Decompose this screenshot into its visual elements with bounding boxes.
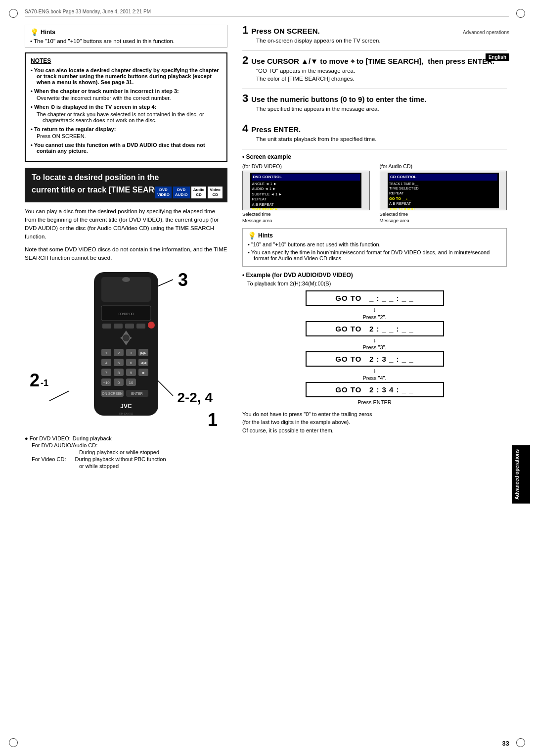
svg-rect-10 bbox=[125, 324, 134, 329]
goto-press-3: Press "4". bbox=[362, 375, 386, 381]
svg-text:ON SCREEN: ON SCREEN bbox=[102, 392, 123, 395]
notes-item-5-bold: You cannot use this function with a DVD … bbox=[34, 142, 205, 154]
screen-cd-box: CD CONTROL TRACK 1 TIME 0:__ TIME SELECT… bbox=[380, 171, 507, 210]
body-text-2: Note that some DVD VIDEO discs do not co… bbox=[25, 245, 227, 263]
usage-note-4-val: During playback without PBC function bbox=[68, 456, 166, 462]
svg-text:ENTER: ENTER bbox=[131, 392, 143, 395]
usage-notes: ● For DVD VIDEO: During playback For DVD… bbox=[25, 435, 227, 469]
svg-line-1 bbox=[49, 391, 69, 401]
screen-images: (for DVD VIDEO) DVD CONTROL ANGLE ◄ 1 ► … bbox=[242, 163, 507, 223]
step-3-title: Use the numeric buttons (0 to 9) to ente… bbox=[251, 95, 426, 103]
badge-audio-cd: AudioCD bbox=[191, 187, 207, 198]
hints-top-title: 💡 Hints bbox=[30, 28, 222, 36]
notes-item-2-sub: Overwrite the incorrect number with the … bbox=[43, 95, 222, 101]
title-line1: To locate a desired position in the bbox=[32, 173, 221, 183]
step-4-header: 4 Press ENTER. bbox=[242, 123, 507, 134]
svg-text:10: 10 bbox=[129, 380, 134, 385]
svg-rect-12 bbox=[148, 322, 155, 329]
body-text-1: You can play a disc from the desired pos… bbox=[25, 207, 227, 241]
goto-box-3: GO TO 2 : 3 _ : _ _ bbox=[306, 351, 444, 367]
goto-press-1: Press "2". bbox=[362, 314, 386, 320]
svg-text:1: 1 bbox=[105, 351, 108, 355]
svg-rect-8 bbox=[102, 324, 111, 329]
example-footer: You do not have to press "0" to enter th… bbox=[242, 410, 507, 435]
step-1-title: Press ON SCREEN. bbox=[251, 27, 319, 35]
screen-dvd-cap1: Selected time bbox=[242, 211, 370, 217]
svg-text:4: 4 bbox=[105, 361, 108, 365]
left-column: 💡 Hints • The "10" and "+10" buttons are… bbox=[25, 25, 237, 741]
step-4-title: Press ENTER. bbox=[251, 125, 301, 134]
usage-note-5: or while stopped bbox=[25, 463, 227, 469]
notes-item-3-sub: The chapter or track you have selected i… bbox=[43, 111, 222, 123]
step-1-header: 1 Press ON SCREEN. bbox=[242, 25, 507, 36]
notes-item-3-bold: When ⊙ is displayed in the TV screen in … bbox=[34, 104, 156, 110]
screen-dvd-label: (for DVD VIDEO) bbox=[242, 163, 370, 169]
svg-text:00:00:00: 00:00:00 bbox=[118, 312, 134, 316]
svg-text:7: 7 bbox=[105, 371, 108, 375]
svg-text:3: 3 bbox=[130, 351, 133, 355]
step-4-num: 4 bbox=[242, 123, 248, 134]
screen-dvd-inner: DVD CONTROL ANGLE ◄ 1 ► AUDIO ◄ 1 ► SUBT… bbox=[250, 173, 361, 208]
notes-item-2: When the chapter or track number is inco… bbox=[31, 88, 222, 101]
step-3-body: The specified time appears in the messag… bbox=[256, 105, 507, 113]
step-2-body-2: The color of [TIME SEARCH] changes. bbox=[256, 75, 507, 83]
step-1: 1 Press ON SCREEN. The on-screen display… bbox=[242, 25, 507, 45]
step-2-header: 2 Use CURSOR ▲/▼ to move ⌖ to [TIME SEAR… bbox=[242, 55, 507, 66]
goto-final-label: Press ENTER bbox=[357, 399, 391, 405]
step-3: 3 Use the numeric buttons (0 to 9) to en… bbox=[242, 93, 507, 113]
usage-note-2: For DVD AUDIO/Audio CD: bbox=[25, 442, 227, 448]
sidebar-tab-label: Advanced operations bbox=[514, 449, 520, 500]
hints-icon: 💡 bbox=[30, 28, 39, 36]
svg-text:▶▶: ▶▶ bbox=[140, 351, 147, 355]
step-1-num: 1 bbox=[242, 25, 248, 36]
title-banner: To locate a desired position in the curr… bbox=[25, 168, 227, 202]
step-1-body: The on-screen display appears on the TV … bbox=[256, 37, 507, 45]
notes-item-4-sub: Press ON SCREEN. bbox=[43, 133, 222, 139]
usage-note-5-val: or while stopped bbox=[79, 463, 119, 469]
hints-top-text: The "10" and "+10" buttons are not used … bbox=[34, 38, 175, 44]
hints-bullet: • bbox=[30, 38, 34, 44]
badge-dvd-video: DVDVIDEO bbox=[155, 187, 172, 198]
step-4-body: The unit starts playback from the specif… bbox=[256, 135, 507, 143]
step-2-body: "GO TO" appears in the message area. The… bbox=[256, 67, 507, 83]
svg-text:6: 6 bbox=[130, 361, 133, 365]
corner-mark-br bbox=[516, 738, 525, 747]
screen-dvd-cap2: Message area bbox=[242, 218, 370, 223]
screen-dvd-box: DVD CONTROL ANGLE ◄ 1 ► AUDIO ◄ 1 ► SUBT… bbox=[242, 171, 370, 210]
notes-item-1: You can also locate a desired chapter di… bbox=[31, 67, 222, 85]
svg-text:5: 5 bbox=[118, 361, 120, 365]
notes-title: NOTES bbox=[31, 57, 222, 64]
svg-text:■: ■ bbox=[142, 371, 145, 375]
svg-text:2: 2 bbox=[118, 351, 120, 355]
step-2: 2 Use CURSOR ▲/▼ to move ⌖ to [TIME SEAR… bbox=[242, 55, 507, 83]
callout-2-main: 2 bbox=[30, 370, 40, 391]
screen-cd-cap1: Selected time bbox=[380, 211, 507, 217]
notes-item-4-bold: To return to the regular display: bbox=[34, 126, 116, 132]
example-title: Example (for DVD AUDIO/DVD VIDEO) bbox=[242, 272, 507, 279]
svg-text:JVC: JVC bbox=[120, 403, 132, 410]
usage-note-4-label: For Video CD: bbox=[25, 456, 66, 462]
callout-3: 3 bbox=[178, 270, 188, 290]
usage-note-1: ● For DVD VIDEO: During playback bbox=[25, 435, 227, 441]
goto-box-2: GO TO 2 : _ _ : _ _ bbox=[306, 321, 444, 336]
corner-mark-bl bbox=[9, 738, 18, 747]
step-2-num: 2 bbox=[242, 55, 248, 66]
badge-video-cd: VideoCD bbox=[208, 187, 222, 198]
svg-text:◀◀: ◀◀ bbox=[140, 361, 147, 365]
usage-note-2-label: For DVD AUDIO/Audio CD: bbox=[25, 442, 97, 448]
goto-container: GO TO _ : _ _ : _ _ ↓ Press "2". GO TO 2… bbox=[306, 290, 444, 405]
step-2-title: Use CURSOR ▲/▼ to move ⌖ to [TIME SEARCH… bbox=[251, 57, 494, 66]
disc-badges: DVDVIDEO DVDAUDIO AudioCD VideoCD bbox=[155, 187, 222, 198]
screen-cd: (for Audio CD) CD CONTROL TRACK 1 TIME 0… bbox=[380, 163, 507, 223]
right-column: 1 Press ON SCREEN. The on-screen display… bbox=[237, 25, 507, 741]
svg-text:+10: +10 bbox=[103, 380, 110, 385]
svg-text:RM-SXA70J: RM-SXA70J bbox=[119, 412, 133, 415]
screen-example-title: Screen example bbox=[242, 153, 507, 160]
badge-dvd-audio: DVDAUDIO bbox=[173, 187, 190, 198]
step-3-num: 3 bbox=[242, 93, 248, 104]
corner-mark-tl bbox=[9, 9, 18, 18]
hints-bottom-item-2: You can specify the time in hour/minute/… bbox=[248, 249, 501, 261]
notes-item-2-bold: When the chapter or track number is inco… bbox=[34, 88, 179, 94]
goto-box-4: GO TO 2 : 3 4 : _ _ bbox=[306, 382, 444, 397]
corner-mark-tr bbox=[516, 9, 525, 18]
